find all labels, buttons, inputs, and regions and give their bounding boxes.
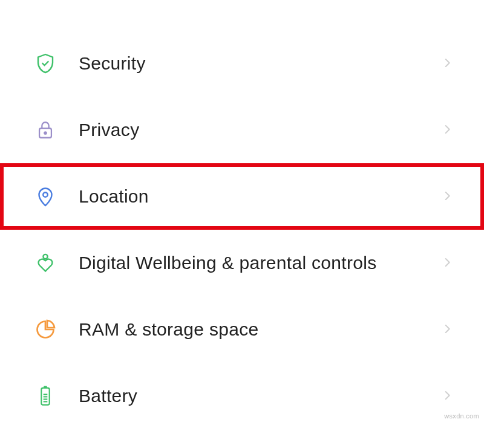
- shield-check-icon: [33, 51, 57, 76]
- settings-item-digital-wellbeing[interactable]: Digital Wellbeing & parental controls: [0, 230, 484, 296]
- settings-item-battery[interactable]: Battery: [0, 363, 484, 429]
- chevron-right-icon: [442, 390, 454, 402]
- chevron-right-icon: [442, 323, 454, 336]
- chevron-right-icon: [442, 257, 454, 269]
- wellbeing-icon: [33, 251, 57, 275]
- settings-item-label: Security: [79, 53, 442, 74]
- svg-point-1: [44, 132, 46, 134]
- chevron-right-icon: [442, 190, 454, 203]
- settings-item-ram-storage[interactable]: RAM & storage space: [0, 296, 484, 363]
- settings-item-label: RAM & storage space: [79, 319, 442, 340]
- chevron-right-icon: [442, 57, 454, 70]
- watermark-text: wsxdn.com: [444, 412, 479, 420]
- settings-list: Security Privacy Lo: [0, 0, 484, 429]
- chevron-right-icon: [442, 124, 454, 136]
- settings-item-label: Privacy: [79, 120, 442, 140]
- svg-rect-5: [44, 386, 47, 388]
- settings-item-location[interactable]: Location: [0, 163, 484, 230]
- svg-point-2: [43, 192, 48, 197]
- svg-point-3: [43, 255, 47, 259]
- location-pin-icon: [33, 184, 57, 209]
- settings-item-label: Battery: [79, 386, 442, 406]
- settings-item-label: Digital Wellbeing & parental controls: [79, 253, 442, 273]
- settings-item-privacy[interactable]: Privacy: [0, 97, 484, 163]
- lock-icon: [33, 118, 57, 142]
- settings-item-label: Location: [79, 186, 442, 207]
- battery-icon: [33, 384, 57, 408]
- pie-chart-icon: [33, 317, 57, 342]
- settings-item-security[interactable]: Security: [0, 30, 484, 97]
